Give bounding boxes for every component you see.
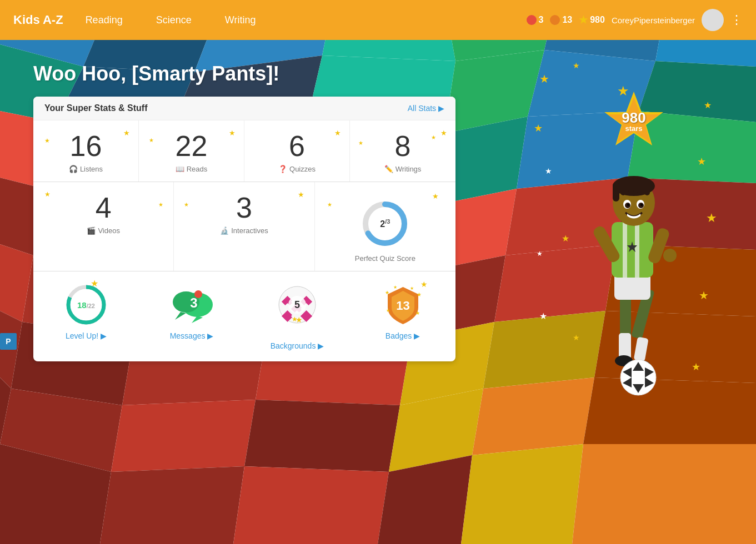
listens-number: 16 — [39, 132, 133, 160]
svg-rect-100 — [637, 178, 642, 193]
svg-marker-62 — [175, 312, 186, 320]
red-count: 3 — [539, 15, 544, 25]
svg-text:★: ★ — [415, 310, 420, 316]
all-stats-link[interactable]: All Stats ▶ — [408, 104, 444, 113]
header-right: 3 13 ★ 980 CoreyPipersteinberger ⋮ — [527, 9, 743, 31]
svg-text:5: 5 — [294, 299, 300, 310]
svg-rect-97 — [613, 182, 619, 202]
quizzes-icon: ❓ — [278, 165, 287, 173]
quizzes-label: ❓ Quizzes — [250, 165, 344, 173]
svg-point-106 — [627, 204, 629, 206]
messages-item[interactable]: 3 Messages ▶ — [139, 277, 244, 356]
svg-text:13: 13 — [396, 299, 409, 313]
messages-count: 3 — [190, 295, 197, 311]
backgrounds-label[interactable]: Backgrounds ▶ — [250, 341, 344, 350]
svg-rect-98 — [620, 179, 626, 195]
svg-point-107 — [640, 204, 643, 206]
svg-marker-60 — [192, 316, 203, 323]
level-circle-text: 18/22 — [77, 300, 95, 310]
username: CoreyPipersteinberger — [612, 16, 695, 25]
quiz-score-text: 2/3 — [380, 218, 390, 229]
scatter-star-12: ★ — [539, 311, 547, 321]
reads-label: 📖 Reads — [144, 165, 238, 173]
star-count: 980 — [590, 15, 605, 25]
svg-marker-45 — [244, 400, 400, 472]
stat-quiz-score: ★ ★ 2/3 Perfec — [315, 182, 455, 271]
nav-science[interactable]: Science — [156, 14, 192, 26]
svg-rect-85 — [620, 294, 631, 339]
stat-reads: ★ ★ 22 📖 Reads — [139, 120, 244, 182]
badge-shield-icon: ★ ★ ★ ★ ★ ★ 13 ★ — [380, 283, 425, 327]
bg-star-tr: ★ — [296, 315, 303, 324]
star-deco-q2: ★ — [327, 202, 332, 208]
nav-writing[interactable]: Writing — [225, 14, 256, 26]
messages-bubble: 3 — [169, 283, 214, 327]
reads-icon: 📖 — [176, 165, 184, 173]
svg-marker-44 — [111, 400, 256, 472]
interactives-label: 🔬 Interactives — [179, 226, 308, 235]
svg-rect-109 — [634, 337, 649, 362]
badge-star-icon: ★ — [420, 280, 428, 289]
orange-dot-icon — [550, 15, 560, 25]
stat-videos: ★ ★ 4 🎬 Videos — [33, 182, 174, 271]
svg-rect-99 — [628, 178, 634, 193]
scatter-star-4: ★ — [704, 100, 712, 110]
svg-marker-51 — [233, 466, 389, 544]
messages-label[interactable]: Messages ▶ — [144, 331, 239, 340]
badges-label[interactable]: Badges ▶ — [356, 331, 450, 340]
p-badge[interactable]: P — [0, 333, 17, 350]
scatter-star-2: ★ — [573, 61, 580, 70]
svg-text:★: ★ — [385, 290, 389, 295]
scatter-star-5: ★ — [534, 122, 543, 134]
level-star-icon: ★ — [91, 278, 98, 289]
more-menu-icon[interactable]: ⋮ — [730, 13, 743, 27]
star-deco-q1: ★ — [432, 192, 439, 200]
svg-rect-101 — [644, 179, 650, 195]
stats-grid-bottom: ★ ★ 4 🎬 Videos ★ ★ 3 🔬 Interactives — [33, 182, 455, 271]
orange-badge[interactable]: 13 — [550, 15, 572, 25]
red-badge[interactable]: 3 — [527, 15, 544, 25]
level-up-label[interactable]: Level Up! ▶ — [39, 331, 133, 340]
videos-number: 4 — [39, 193, 168, 222]
interactives-icon: 🔬 — [220, 226, 229, 235]
main-nav: Reading Science Writing — [86, 14, 527, 26]
svg-text:★: ★ — [417, 291, 422, 298]
svg-marker-54 — [572, 444, 756, 544]
badges-item[interactable]: ★ ★ ★ ★ ★ ★ 13 ★ Badges ▶ — [350, 277, 455, 356]
stars-badge-label: stars — [622, 124, 645, 133]
listens-icon: 🎧 — [69, 165, 78, 173]
scatter-star-1: ★ — [539, 72, 549, 85]
svg-rect-90 — [635, 222, 639, 278]
svg-text:★: ★ — [386, 308, 390, 313]
svg-marker-50 — [100, 466, 244, 544]
stars-badge: 980 stars — [600, 89, 667, 155]
svg-text:★: ★ — [393, 285, 397, 290]
svg-marker-53 — [461, 444, 583, 544]
quiz-score-label: Perfect Quiz Score — [321, 254, 450, 263]
orange-count: 13 — [562, 15, 572, 25]
stat-quizzes: ★ 6 ❓ Quizzes — [244, 120, 350, 182]
svg-rect-89 — [623, 222, 627, 278]
stars-badge-container: 980 stars — [600, 89, 667, 155]
character-illustration — [556, 111, 712, 433]
videos-label: 🎬 Videos — [39, 226, 168, 235]
stat-listens: ★ ★ 16 🎧 Listens — [33, 120, 139, 182]
avatar[interactable] — [702, 9, 724, 31]
stats-bottom-row: 18/22 ★ Level Up! ▶ — [33, 271, 455, 361]
svg-rect-88 — [612, 222, 653, 278]
backgrounds-item[interactable]: 5 ★ ★ Backgrounds ▶ — [244, 277, 350, 356]
writings-icon: ✏️ — [384, 165, 393, 173]
character-area: ★ ★ ★ ★ ★ ★ ★ ★ ★ ★ ★ ★ ★ ★ 980 stars — [528, 56, 723, 444]
scatter-star-9: ★ — [537, 250, 543, 258]
writings-label: ✏️ Writings — [356, 165, 450, 173]
svg-point-94 — [663, 249, 677, 262]
quizzes-number: 6 — [250, 132, 344, 160]
videos-icon: 🎬 — [87, 226, 96, 235]
star-badge[interactable]: ★ 980 — [579, 14, 605, 26]
svg-text:★: ★ — [410, 286, 414, 291]
level-circle: 18/22 ★ — [64, 283, 108, 327]
stats-card-header: Your Super Stats & Stuff All Stats ▶ — [33, 97, 455, 120]
stat-interactives: ★ ★ 3 🔬 Interactives — [174, 182, 314, 271]
level-up-item[interactable]: 18/22 ★ Level Up! ▶ — [33, 277, 139, 356]
nav-reading[interactable]: Reading — [86, 14, 123, 26]
